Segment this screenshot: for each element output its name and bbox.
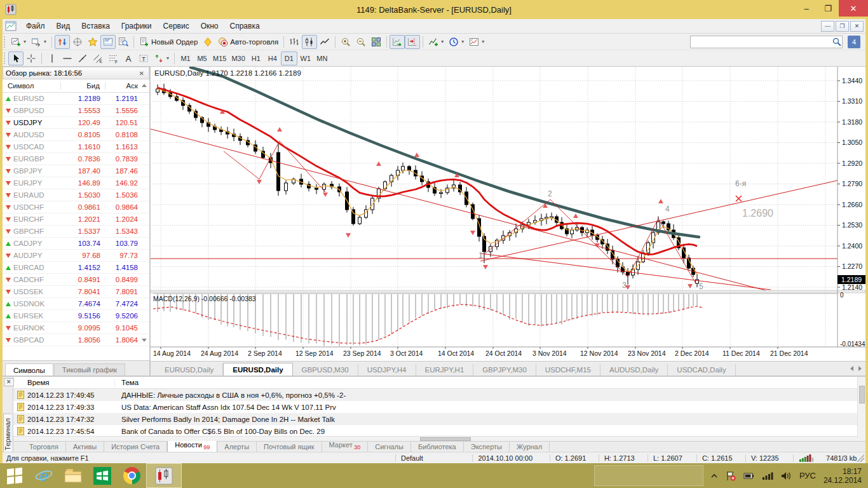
market-watch-row[interactable]: USDCHF0.98610.9864 [3,201,149,214]
market-watch-row[interactable]: EURGBP0.78360.7839 [3,153,149,165]
chart-tab-audusd-daily[interactable]: AUDUSD,Daily [600,364,668,376]
menu-insert[interactable]: Вставка [76,20,116,32]
zoom-in-button[interactable] [338,35,353,49]
market-watch-row[interactable]: USDSEK7.80417.8091 [3,286,149,298]
timeframe-w1[interactable]: W1 [297,51,314,65]
market-watch-toggle-button[interactable] [55,35,70,49]
timeframe-d1[interactable]: D1 [281,51,297,65]
periods-button[interactable]: ▾ [446,35,466,49]
market-watch-close-icon[interactable]: ✕ [137,70,146,77]
market-watch-row[interactable]: CADCHF0.84910.8499 [3,274,149,286]
menu-help[interactable]: Справка [224,20,266,32]
market-watch-tab-tick-chart[interactable]: Тиковый график [54,363,125,376]
network-signal-icon[interactable] [762,471,773,480]
menu-service[interactable]: Сервис [158,20,195,32]
chart-shift-button[interactable] [405,35,420,49]
market-watch-row[interactable]: AUDUSD0.81050.8108 [3,129,149,141]
profiles-button[interactable]: ▾ [29,35,49,49]
vertical-line-tool-button[interactable] [44,51,60,65]
close-button[interactable]: ✕ [839,0,868,17]
timeframe-m30[interactable]: M30 [229,51,247,65]
language-indicator[interactable]: РУС [799,471,816,480]
terminal-tab-эксперты[interactable]: Эксперты [464,442,510,452]
windows-store-icon[interactable] [88,463,117,488]
market-watch-row[interactable]: EURJPY146.89146.92 [3,177,149,189]
chart-tab-eurusd-daily[interactable]: EURUSD,Daily [156,364,223,376]
tray-expand-icon[interactable] [710,473,718,479]
dropdown-caret-icon[interactable]: ▾ [44,39,46,44]
dropdown-caret-icon[interactable]: ▾ [24,39,26,44]
text-tool-button[interactable]: A [121,51,136,65]
terminal-tab-библиотека[interactable]: Библиотека [411,442,464,452]
dropdown-caret-icon[interactable]: ▾ [482,39,484,44]
market-watch-tab-symbols[interactable]: Символы [5,363,53,376]
minimize-button[interactable]: – [796,0,817,17]
dropdown-caret-icon[interactable]: ▾ [166,55,169,61]
start-button[interactable] [0,463,29,488]
chart-tab-eurjpy-h1[interactable]: EURJPY,H1 [416,364,474,376]
terminal-close-icon[interactable]: ✕ [4,378,14,386]
crosshair-tool-button[interactable] [24,51,39,65]
market-watch-row[interactable]: EURAUD1.50301.5036 [3,189,149,201]
chrome-icon[interactable] [117,463,146,488]
search-input[interactable] [691,36,832,48]
news-row[interactable]: 2014.12.23 17:49:33US Data: American Sta… [13,401,865,413]
line-chart-button[interactable] [317,35,332,49]
metatrader-taskbar-icon[interactable] [146,463,182,488]
zoom-out-button[interactable] [353,35,369,49]
bar-chart-button[interactable] [287,35,302,49]
dropdown-caret-icon[interactable]: ▾ [441,39,444,44]
chart-tab-usdcad-daily[interactable]: USDCAD,Daily [668,364,735,376]
terminal-hscrollbar[interactable] [13,436,865,441]
terminal-toggle-button[interactable] [100,35,116,49]
menu-file[interactable]: Файл [20,20,51,32]
file-explorer-icon[interactable] [58,463,88,488]
terminal-tab-почтовый-ящик[interactable]: Почтовый ящик [257,442,322,452]
metaeditor-button[interactable] [200,35,215,49]
timeframe-m5[interactable]: M5 [194,51,210,65]
market-watch-row[interactable]: USDJPY120.49120.51 [3,117,149,129]
trendline-tool-button[interactable] [75,51,90,65]
market-watch-row[interactable]: EURNOK9.09959.1045 [3,322,149,334]
terminal-tab-маркет[interactable]: Маркет 30 [322,440,369,452]
chart-tab-gbpjpy-m30[interactable]: GBPJPY,M30 [473,364,536,376]
terminal-tab-алерты[interactable]: Алерты [217,442,257,452]
resize-grip[interactable] [857,454,864,462]
mdi-restore-button[interactable]: ❐ [836,21,849,32]
news-row[interactable]: 2014.12.23 17:45:54Bank of Canada to Off… [13,425,865,436]
market-watch-row[interactable]: GBPJPY187.40187.46 [3,165,149,177]
mdi-close-button[interactable]: ✕ [850,21,864,32]
menu-charts[interactable]: Графики [116,20,158,32]
mdi-minimize-button[interactable]: — [821,21,834,32]
market-watch-row[interactable]: GBPCHF1.53371.5343 [3,226,149,238]
chart-tab-usdchf-m15[interactable]: USDCHF,M15 [536,364,600,376]
vscroll-thumb[interactable] [859,386,865,403]
news-row[interactable]: 2014.12.23 17:47:32Silver Performs Badly… [13,413,865,425]
autotrading-button[interactable]: Авто-торговля [215,35,281,49]
status-template[interactable]: Default [401,454,468,462]
maximize-button[interactable]: ❐ [817,0,839,17]
price-chart[interactable]: 123456-я1.26901.34401.33101.31801.30501.… [151,67,865,361]
timeframe-m1[interactable]: M1 [177,51,194,65]
menu-view[interactable]: Вид [51,20,76,32]
hscroll-thumb[interactable] [420,437,471,441]
search-icon[interactable] [832,37,842,47]
market-watch-row[interactable]: GBPUSD1.55531.5556 [3,105,149,117]
action-center-icon[interactable] [726,471,736,481]
market-watch-row[interactable]: AUDJPY97.6897.73 [3,250,149,262]
indicators-button[interactable]: ▾ [426,35,446,49]
terminal-vscrollbar[interactable] [857,377,865,438]
timeframe-h1[interactable]: H1 [248,51,264,65]
new-chart-button[interactable]: ▾ [8,35,29,49]
scroll-down-icon[interactable] [142,339,147,342]
market-watch-row[interactable]: EURUSD1.21891.2191 [3,93,149,105]
dropdown-caret-icon[interactable]: ▾ [461,39,464,44]
market-watch-row[interactable]: CADJPY103.74103.79 [3,238,149,250]
templates-button[interactable]: ▾ [466,35,487,49]
strategy-tester-button[interactable] [116,35,131,49]
internet-explorer-icon[interactable]: e [29,463,58,488]
timeframe-m15[interactable]: M15 [210,51,229,65]
taskbar-clock[interactable]: 18:17 24.12.2014 [824,467,862,485]
news-row[interactable]: 2014.12.23 17:49:45ДАННЫЕ: Личные расход… [13,389,865,401]
menu-window[interactable]: Окно [195,20,224,32]
